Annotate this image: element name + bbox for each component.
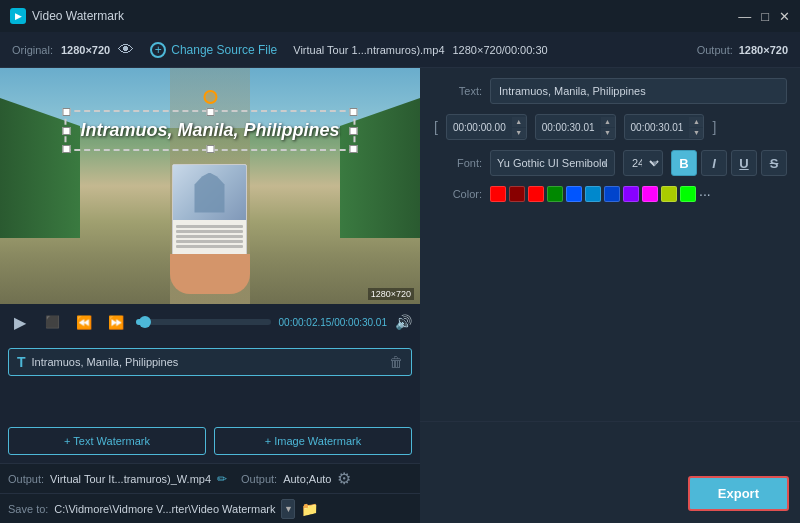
color-swatch-green[interactable] <box>547 186 563 202</box>
export-row: → Export <box>420 422 800 523</box>
time-property-row: [ 00:00:00.00 ▲ ▼ 00:00:30.01 ▲ ▼ <box>434 114 787 140</box>
save-dropdown[interactable]: ▼ <box>281 499 295 519</box>
layer-delete-button[interactable]: 🗑 <box>389 354 403 370</box>
underline-button[interactable]: U <box>731 150 757 176</box>
video-timestamp: 1280×720 <box>368 288 414 300</box>
color-swatch-yellow[interactable] <box>661 186 677 202</box>
strikethrough-button[interactable]: S <box>761 150 787 176</box>
handle-bottom-right[interactable] <box>350 145 358 153</box>
export-button[interactable]: Export <box>688 476 789 511</box>
time-start-down[interactable]: ▼ <box>512 128 526 138</box>
text-property-row: Text: <box>434 78 787 104</box>
volume-icon[interactable]: 🔊 <box>395 314 412 330</box>
time-start-spinner[interactable]: ▲ ▼ <box>512 117 526 138</box>
original-label: Original: <box>12 44 53 56</box>
handle-bottom-mid[interactable] <box>206 145 214 153</box>
color-swatch-magenta[interactable] <box>642 186 658 202</box>
handle-bottom-left[interactable] <box>62 145 70 153</box>
postcard-line-1 <box>176 225 243 228</box>
color-swatch-blue2[interactable] <box>604 186 620 202</box>
edit-output-icon[interactable]: ✏ <box>217 472 227 486</box>
app-icon: ▶ <box>10 8 26 24</box>
toolbar-right: Output: 1280×720 <box>697 44 788 56</box>
watermark-text: Intramuos, Manila, Philippines <box>80 120 339 140</box>
output-file-name: Virtual Tour It...tramuros)_W.mp4 <box>50 473 211 485</box>
title-bar-left: ▶ Video Watermark <box>10 8 124 24</box>
time-start-value: 00:00:00.00 <box>447 122 512 133</box>
postcard-text <box>173 220 246 253</box>
minimize-button[interactable]: — <box>738 9 751 24</box>
color-property-row: Color: ··· <box>434 186 787 202</box>
output-bar: Output: Virtual Tour It...tramuros)_W.mp… <box>0 463 420 493</box>
font-label: Font: <box>434 157 482 169</box>
watermark-overlay[interactable]: Intramuos, Manila, Philippines <box>64 110 355 151</box>
color-swatch-darkred[interactable] <box>509 186 525 202</box>
output-format-value: Auto;Auto <box>283 473 331 485</box>
color-swatch-red2[interactable] <box>528 186 544 202</box>
color-swatch-blue[interactable] <box>566 186 582 202</box>
handle-top-right[interactable] <box>350 108 358 116</box>
output-label: Output: <box>697 44 733 56</box>
next-frame-button[interactable]: ⏩ <box>104 310 128 334</box>
bold-button[interactable]: B <box>671 150 697 176</box>
text-label: Text: <box>434 85 482 97</box>
settings-icon[interactable]: ⚙ <box>337 469 351 488</box>
add-image-watermark-button[interactable]: + Image Watermark <box>214 427 412 455</box>
text-layer-icon: T <box>17 354 26 370</box>
postcard-line-2 <box>176 230 243 233</box>
output-format-label: Output: <box>241 473 277 485</box>
time-duration-spinner[interactable]: ▲ ▼ <box>689 117 703 138</box>
folder-icon[interactable]: 📁 <box>301 501 318 517</box>
postcard-line-4 <box>176 240 243 243</box>
color-swatch-lime[interactable] <box>680 186 696 202</box>
color-more-icon[interactable]: ··· <box>699 186 711 202</box>
color-swatch-red[interactable] <box>490 186 506 202</box>
text-input[interactable] <box>490 78 787 104</box>
play-button[interactable]: ▶ <box>8 310 32 334</box>
prev-frame-button[interactable]: ⏪ <box>72 310 96 334</box>
output-bar-label: Output: <box>8 473 44 485</box>
time-end-spinner[interactable]: ▲ ▼ <box>601 117 615 138</box>
save-label: Save to: <box>8 503 48 515</box>
handle-top-left[interactable] <box>62 108 70 116</box>
bracket-close-icon: ] <box>712 119 716 135</box>
handle-mid-right[interactable] <box>350 127 358 135</box>
progress-bar[interactable] <box>136 319 271 325</box>
handle-mid-left[interactable] <box>62 127 70 135</box>
change-source-button[interactable]: + Change Source File <box>142 38 285 62</box>
time-dur-down[interactable]: ▼ <box>689 128 703 138</box>
time-end-up[interactable]: ▲ <box>601 117 615 127</box>
close-button[interactable]: ✕ <box>779 9 790 24</box>
original-resolution: 1280×720 <box>61 44 110 56</box>
handle-top-mid[interactable] <box>206 108 214 116</box>
layer-item[interactable]: T Intramuos, Manila, Philippines 🗑 <box>8 348 412 376</box>
font-size-select[interactable]: 24 <box>623 150 663 176</box>
color-swatch-purple[interactable] <box>623 186 639 202</box>
save-path: C:\Vidmore\Vidmore V...rter\Video Waterm… <box>54 503 275 515</box>
time-dur-up[interactable]: ▲ <box>689 117 703 127</box>
main-toolbar: Original: 1280×720 👁 + Change Source Fil… <box>0 32 800 68</box>
stop-button[interactable]: ⬛ <box>40 310 64 334</box>
left-panel: Intramuos, Manila, Philippines 1280×720 … <box>0 68 420 523</box>
postcard-line-3 <box>176 235 243 238</box>
italic-button[interactable]: I <box>701 150 727 176</box>
size-select-wrapper: 24 <box>623 150 663 176</box>
progress-thumb[interactable] <box>139 316 151 328</box>
maximize-button[interactable]: □ <box>761 9 769 24</box>
window-controls: — □ ✕ <box>738 9 790 24</box>
color-swatch-cyan[interactable] <box>585 186 601 202</box>
time-end-group: 00:00:30.01 ▲ ▼ <box>535 114 616 140</box>
eye-icon[interactable]: 👁 <box>118 41 134 59</box>
save-bar: Save to: C:\Vidmore\Vidmore V...rter\Vid… <box>0 493 420 523</box>
video-preview: Intramuos, Manila, Philippines 1280×720 <box>0 68 420 304</box>
layers-panel: T Intramuos, Manila, Philippines 🗑 <box>0 340 420 419</box>
rotate-handle[interactable] <box>203 90 217 104</box>
postcard-building-icon <box>185 173 235 213</box>
time-start-up[interactable]: ▲ <box>512 117 526 127</box>
font-select[interactable]: Yu Gothic UI Semibold <box>490 150 615 176</box>
color-label: Color: <box>434 188 482 200</box>
time-end-down[interactable]: ▼ <box>601 128 615 138</box>
file-info: 1280×720/00:00:30 <box>453 44 548 56</box>
time-display: 00:00:02.15/00:00:30.01 <box>279 317 387 328</box>
add-text-watermark-button[interactable]: + Text Watermark <box>8 427 206 455</box>
